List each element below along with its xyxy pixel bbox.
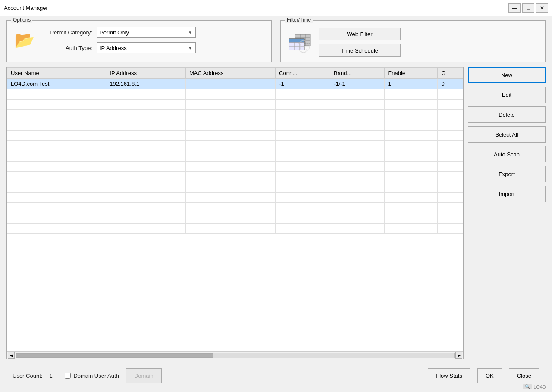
close-button[interactable]: Close <box>509 368 539 383</box>
table-section: User Name IP Address MAC Address Conn...… <box>6 67 546 359</box>
bottom-bar: User Count: 1 Domain User Auth Domain Fl… <box>6 364 546 387</box>
table-scroll-area[interactable]: User Name IP Address MAC Address Conn...… <box>7 67 463 351</box>
table-row[interactable]: LO4D.com Test192.161.8.1-1-1/-110 <box>7 79 463 89</box>
lo4d-text: LO4D <box>533 384 546 389</box>
auth-type-row: Auth Type: IP Address MAC Address User N… <box>41 42 196 53</box>
title-bar-controls: — □ ✕ <box>508 3 548 13</box>
domain-user-auth-checkbox[interactable] <box>65 373 71 379</box>
table-cell: -1 <box>276 79 330 89</box>
horizontal-scrollbar[interactable]: ◀ ▶ <box>7 351 463 359</box>
export-button[interactable]: Export <box>468 166 546 182</box>
flow-stats-button[interactable]: Flow Stats <box>428 368 470 383</box>
filter-inner: Web Filter Time Schedule <box>287 28 539 57</box>
user-table: User Name IP Address MAC Address Conn...… <box>7 67 463 234</box>
table-row-empty <box>7 172 463 182</box>
table-row-empty <box>7 110 463 120</box>
delete-button[interactable]: Delete <box>468 106 546 123</box>
options-group: Options 📂 Permit Category: Permit Only D… <box>6 20 272 62</box>
table-row-empty <box>7 224 463 234</box>
permit-category-row: Permit Category: Permit Only Deny Only A… <box>41 27 196 38</box>
title-bar: Account Manager — □ ✕ <box>0 0 552 16</box>
auto-scan-button[interactable]: Auto Scan <box>468 146 546 162</box>
col-g: G <box>438 68 463 79</box>
user-count-value: 1 <box>49 373 58 379</box>
lo4d-logo: 🔍 <box>523 384 532 389</box>
permit-category-select[interactable]: Permit Only Deny Only All <box>97 27 196 38</box>
table-cell: 192.161.8.1 <box>106 79 186 89</box>
time-schedule-button[interactable]: Time Schedule <box>319 44 401 57</box>
edit-button[interactable]: Edit <box>468 87 546 103</box>
table-cell <box>186 79 276 89</box>
table-header-row: User Name IP Address MAC Address Conn...… <box>7 68 463 79</box>
options-icon: 📂 <box>13 29 35 51</box>
options-fields: Permit Category: Permit Only Deny Only A… <box>41 27 196 53</box>
table-cell: -1/-1 <box>330 79 384 89</box>
options-group-label: Options <box>11 17 32 23</box>
table-cell: 1 <box>384 79 438 89</box>
window-title: Account Manager <box>4 5 48 11</box>
table-row-empty <box>7 120 463 131</box>
filter-buttons: Web Filter Time Schedule <box>319 28 401 57</box>
scroll-track[interactable] <box>16 353 455 358</box>
account-manager-window: Account Manager — □ ✕ Options 📂 Permit C… <box>0 0 552 392</box>
close-window-button[interactable]: ✕ <box>536 3 548 13</box>
auth-type-select[interactable]: IP Address MAC Address User Name <box>97 42 196 53</box>
scroll-right-button[interactable]: ▶ <box>455 352 462 359</box>
table-row-empty <box>7 141 463 151</box>
top-section: Options 📂 Permit Category: Permit Only D… <box>6 20 546 62</box>
table-row-empty <box>7 213 463 224</box>
envelope-icon: 📂 <box>14 31 34 50</box>
filter-icon-area <box>287 31 313 53</box>
scroll-thumb <box>16 353 213 358</box>
filter-group: Filter/Time <box>280 20 546 62</box>
col-conn: Conn... <box>276 68 330 79</box>
side-buttons: New Edit Delete Select All Auto Scan Exp… <box>468 67 546 359</box>
permit-category-wrapper: Permit Only Deny Only All <box>97 27 196 38</box>
select-all-button[interactable]: Select All <box>468 126 546 143</box>
col-user-name: User Name <box>7 68 106 79</box>
col-mac-address: MAC Address <box>186 68 276 79</box>
scroll-left-button[interactable]: ◀ <box>8 352 15 359</box>
col-band: Band... <box>330 68 384 79</box>
permit-category-label: Permit Category: <box>41 29 92 36</box>
filter-tables-icon <box>287 31 312 53</box>
maximize-button[interactable]: □ <box>522 3 534 13</box>
col-ip-address: IP Address <box>106 68 186 79</box>
import-button[interactable]: Import <box>468 186 546 202</box>
main-content: Options 📂 Permit Category: Permit Only D… <box>0 16 552 392</box>
table-cell: LO4D.com Test <box>7 79 106 89</box>
domain-button[interactable]: Domain <box>126 368 162 383</box>
auth-type-wrapper: IP Address MAC Address User Name <box>97 42 196 53</box>
table-row-empty <box>7 182 463 193</box>
minimize-button[interactable]: — <box>508 3 521 13</box>
domain-user-auth-wrapper: Domain User Auth <box>65 373 119 379</box>
table-row-empty <box>7 89 463 100</box>
user-count-label: User Count: <box>13 373 42 379</box>
table-container: User Name IP Address MAC Address Conn...… <box>6 67 464 359</box>
table-row-empty <box>7 203 463 213</box>
domain-user-auth-label: Domain User Auth <box>73 373 119 379</box>
table-row-empty <box>7 193 463 203</box>
table-row-empty <box>7 100 463 110</box>
table-row-empty <box>7 162 463 172</box>
options-inner: 📂 Permit Category: Permit Only Deny Only… <box>13 27 265 53</box>
filter-group-label: Filter/Time <box>285 17 313 23</box>
col-enable: Enable <box>384 68 438 79</box>
auth-type-label: Auth Type: <box>41 45 92 51</box>
table-row-empty <box>7 151 463 162</box>
table-cell: 0 <box>438 79 463 89</box>
web-filter-button[interactable]: Web Filter <box>319 28 401 40</box>
table-row-empty <box>7 131 463 141</box>
lo4d-watermark: 🔍 LO4D <box>523 384 546 389</box>
new-button[interactable]: New <box>468 67 546 83</box>
ok-button[interactable]: OK <box>477 368 502 383</box>
